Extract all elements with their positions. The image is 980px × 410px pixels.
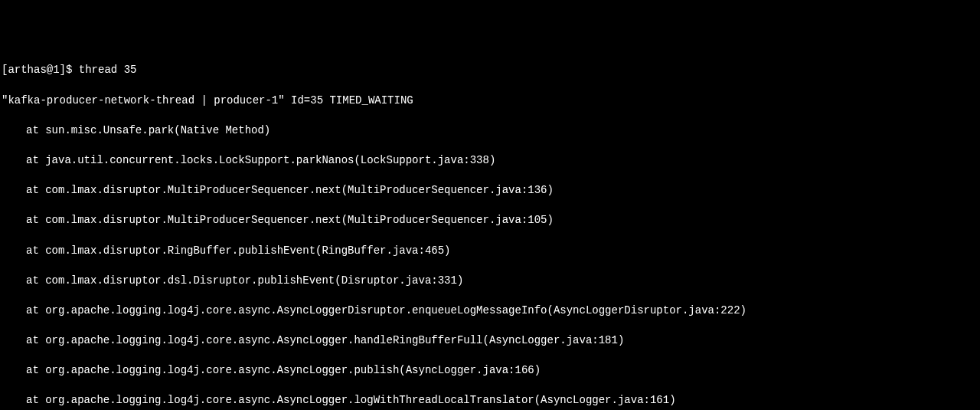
stack-frame: at java.util.concurrent.locks.LockSuppor… xyxy=(2,153,978,169)
stack-frame: at com.lmax.disruptor.RingBuffer.publish… xyxy=(2,244,978,259)
stack-frame: at org.apache.logging.log4j.core.async.A… xyxy=(2,363,978,379)
stack-frame: at sun.misc.Unsafe.park(Native Method) xyxy=(2,123,978,139)
stack-frame: at com.lmax.disruptor.MultiProducerSeque… xyxy=(2,183,978,198)
stack-frame: at org.apache.logging.log4j.core.async.A… xyxy=(2,393,978,408)
terminal-prompt-line[interactable]: [arthas@1]$ thread 35 xyxy=(2,63,978,78)
stack-frame: at org.apache.logging.log4j.core.async.A… xyxy=(2,333,978,349)
stack-frame: at org.apache.logging.log4j.core.async.A… xyxy=(2,303,978,319)
stack-frame: at com.lmax.disruptor.dsl.Disruptor.publ… xyxy=(2,274,978,289)
stack-frame: at com.lmax.disruptor.MultiProducerSeque… xyxy=(2,213,978,228)
thread-header: "kafka-producer-network-thread | produce… xyxy=(2,93,978,109)
